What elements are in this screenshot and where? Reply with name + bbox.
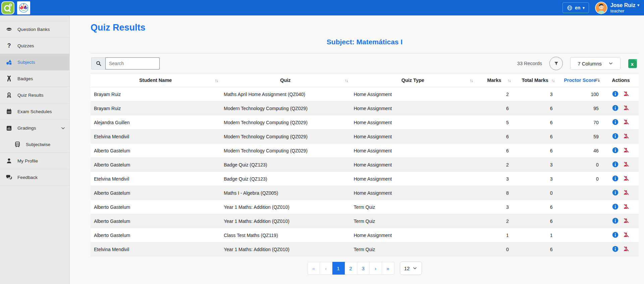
cell-actions: [603, 144, 639, 158]
info-icon[interactable]: [612, 203, 619, 210]
cell-total-marks: 6: [513, 214, 557, 228]
cell-quiz-type: Home Assignment: [351, 158, 476, 172]
language-label: en: [575, 5, 580, 10]
proctor-off-icon[interactable]: [623, 119, 629, 125]
page-size-select[interactable]: 12: [400, 262, 422, 275]
proctor-off-icon[interactable]: [623, 175, 629, 182]
cell-quiz: Year 1 Maths: Addition (QZ010): [220, 242, 350, 256]
info-icon[interactable]: [612, 105, 619, 111]
subject-heading: Subject: Matemáticas I: [91, 38, 639, 46]
proctor-off-icon[interactable]: [623, 133, 629, 139]
info-icon[interactable]: [612, 189, 619, 196]
column-header-marks[interactable]: Marks↑↓: [475, 74, 513, 87]
sidebar-item-label: My Profile: [17, 158, 38, 163]
sort-icon[interactable]: ↑↓: [215, 78, 218, 83]
proctor-off-icon[interactable]: [623, 189, 629, 196]
sidebar-item-my-profile[interactable]: My Profile: [0, 153, 69, 169]
sidebar-item-feedback[interactable]: Feedback: [0, 169, 69, 186]
search-icon: [96, 60, 102, 66]
column-header-proctor-score[interactable]: Proctor Score: [557, 74, 603, 87]
cell-total-marks: 3: [513, 87, 557, 101]
page-title: Quiz Results: [91, 22, 639, 33]
sidebar-item-subjects[interactable]: Subjects: [0, 54, 69, 70]
cell-quiz: Modern Technology Computing (QZ029): [220, 130, 350, 144]
cell-actions: [603, 130, 639, 144]
cell-quiz-type: Home Assignment: [351, 115, 476, 130]
school-lotus-logo[interactable]: [17, 1, 30, 14]
column-header-student-name[interactable]: Student Name↑↓: [91, 74, 220, 87]
proctor-off-icon[interactable]: [623, 203, 629, 210]
search-button[interactable]: [91, 57, 105, 69]
sidebar-item-badges[interactable]: Badges: [0, 70, 69, 87]
language-selector[interactable]: en ▾: [562, 2, 589, 13]
pagination-bar: «‹123›» 12: [91, 262, 639, 275]
sidebar-item-quiz-results[interactable]: Quiz Results: [0, 87, 69, 103]
page-1-button[interactable]: 1: [332, 262, 345, 275]
sort-icon[interactable]: ↑↓: [507, 78, 511, 83]
column-header-quiz-type[interactable]: Quiz Type↑↓: [351, 74, 476, 87]
table-row: Alberto GastelumModern Technology Comput…: [91, 144, 639, 158]
page-3-button[interactable]: 3: [357, 262, 370, 275]
proctor-off-icon[interactable]: [623, 105, 629, 111]
table-row: Etelvina MendivilYear 1 Maths: Addition …: [91, 242, 639, 256]
page-first-button[interactable]: «: [308, 262, 320, 275]
sort-icon[interactable]: ↑↓: [345, 78, 348, 83]
cell-student-name: Alberto Gastelum: [91, 144, 220, 158]
info-icon[interactable]: [612, 218, 619, 224]
cell-marks: 0: [475, 242, 513, 256]
info-icon[interactable]: [612, 175, 619, 182]
proctor-off-icon[interactable]: [623, 161, 629, 168]
table-row: Alberto GastelumMaths I - Algebra (QZ005…: [91, 186, 639, 200]
pagination: «‹123›»: [308, 262, 394, 275]
sidebar-item-exam-schedules[interactable]: Exam Schedules: [0, 103, 69, 120]
info-icon[interactable]: [612, 133, 619, 139]
cell-quiz-type: Home Assignment: [351, 172, 476, 186]
cell-quiz-type: Home Assignment: [351, 87, 476, 101]
page-prev-button[interactable]: ‹: [320, 262, 332, 275]
proctor-off-icon[interactable]: [623, 218, 629, 224]
sort-descending-icon[interactable]: [595, 78, 600, 83]
columns-select[interactable]: 7 Columns: [570, 57, 621, 70]
search-input[interactable]: [105, 57, 160, 69]
export-excel-button[interactable]: x: [628, 58, 638, 69]
column-header-total-marks[interactable]: Total Marks↑↓: [513, 74, 557, 87]
column-header-quiz[interactable]: Quiz↑↓: [220, 74, 350, 87]
table-row: Alberto GastelumYear 1 Maths: Addition (…: [91, 214, 639, 228]
cell-actions: [603, 158, 639, 172]
table-header-row: Student Name↑↓Quiz↑↓Quiz Type↑↓Marks↑↓To…: [91, 74, 639, 87]
info-icon[interactable]: [612, 246, 619, 252]
quiz-app-logo[interactable]: [1, 1, 14, 14]
info-icon[interactable]: [612, 119, 619, 125]
sidebar-item-label: Feedback: [17, 175, 38, 180]
sidebar-item-quizzes[interactable]: Quizzes: [0, 38, 69, 54]
globe-icon: [567, 5, 573, 11]
page-last-button[interactable]: »: [382, 262, 394, 275]
page-2-button[interactable]: 2: [345, 262, 357, 275]
info-icon[interactable]: [612, 232, 619, 238]
proctor-off-icon[interactable]: [623, 246, 629, 252]
cell-quiz: Maths April Home Assignment (QZ040): [220, 87, 350, 101]
user-menu[interactable]: Jose Ruiz ▾ teacher: [595, 2, 639, 14]
cell-student-name: Etelvina Mendivil: [91, 242, 220, 256]
sidebar-item-subjectwise[interactable]: Subjectwise: [0, 136, 69, 153]
info-icon[interactable]: [612, 161, 619, 168]
cell-proctor-score: 46: [557, 144, 603, 158]
results-table-card: 33 Records 7 Columns x: [91, 53, 639, 275]
cell-proctor-score: 59: [557, 130, 603, 144]
proctor-off-icon[interactable]: [623, 147, 629, 153]
sort-icon[interactable]: ↑↓: [470, 78, 473, 83]
chevron-down-icon: ▾: [637, 3, 639, 7]
cell-actions: [603, 101, 639, 115]
table-row: Alejandra GuillenModern Technology Compu…: [91, 115, 639, 130]
records-count: 33 Records: [517, 61, 542, 66]
proctor-off-icon[interactable]: [623, 232, 629, 238]
page-next-button[interactable]: ›: [370, 262, 382, 275]
info-icon[interactable]: [612, 91, 619, 97]
sort-icon[interactable]: ↑↓: [551, 78, 554, 83]
sidebar-item-gradings[interactable]: Gradings: [0, 120, 69, 136]
proctor-off-icon[interactable]: [623, 91, 629, 97]
gradings-icon: [6, 125, 12, 132]
sidebar-item-question-banks[interactable]: Question Banks: [0, 21, 69, 38]
info-icon[interactable]: [612, 147, 619, 153]
filter-button[interactable]: [549, 57, 563, 70]
